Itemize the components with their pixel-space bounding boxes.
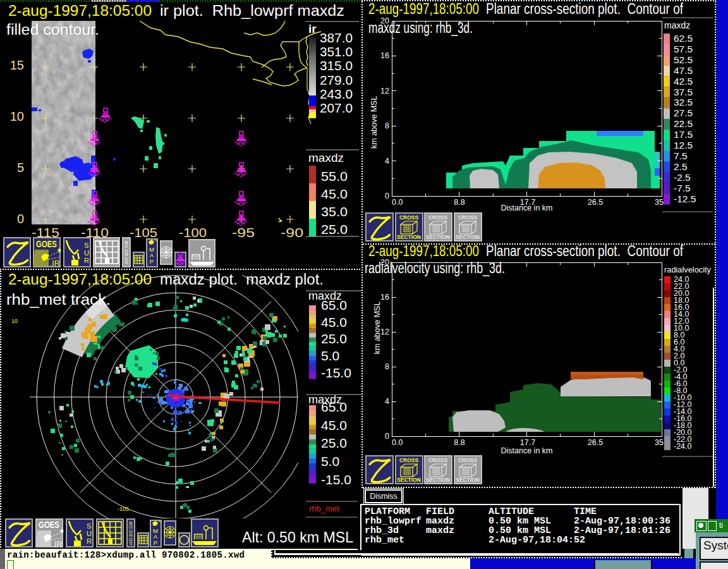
svg-text:2-aug-1997,18:05:00: 2-aug-1997,18:05:00: [368, 245, 479, 259]
svg-text:ir plot. Rhb_lowprf maxdz: ir plot. Rhb_lowprf maxdz: [160, 3, 344, 19]
svg-text:SECTION: SECTION: [456, 234, 480, 240]
svg-text:-105: -105: [130, 226, 157, 240]
svg-text:4: 4: [385, 397, 389, 406]
svg-text:26.5: 26.5: [588, 438, 603, 447]
svg-text:15: 15: [10, 58, 24, 72]
svg-text:2-aug-1997,18:05:00: 2-aug-1997,18:05:00: [368, 1, 479, 17]
svg-text:8.8: 8.8: [454, 438, 464, 447]
svg-text:Planar cross-section plot. Co: Planar cross-section plot. Contour of: [486, 1, 683, 17]
svg-text:U: U: [87, 530, 92, 537]
svg-text:SECTION: SECTION: [426, 477, 450, 483]
svg-text:Distance in km: Distance in km: [501, 446, 553, 455]
svg-text:351.0: 351.0: [320, 44, 353, 59]
svg-text:S: S: [129, 541, 132, 546]
svg-text:27.5: 27.5: [674, 107, 693, 118]
svg-text:12.5: 12.5: [674, 140, 693, 150]
svg-text:CROSS: CROSS: [428, 457, 448, 463]
svg-text:8: 8: [385, 121, 389, 130]
svg-text:.IR: .IR: [52, 540, 63, 549]
svg-text:26.5: 26.5: [588, 198, 603, 207]
svg-text:0.0: 0.0: [392, 438, 403, 447]
svg-text:-105: -105: [118, 506, 129, 512]
svg-text:25.0: 25.0: [321, 331, 347, 346]
svg-text:2-aug-1997,18:05:00: 2-aug-1997,18:05:00: [8, 271, 152, 288]
svg-text:GOES: GOES: [39, 520, 59, 530]
svg-text:35: 35: [655, 198, 664, 207]
svg-text:16: 16: [380, 293, 389, 302]
svg-text:P: P: [154, 539, 157, 546]
svg-text:0.0: 0.0: [392, 198, 403, 207]
svg-text:37.5: 37.5: [674, 87, 693, 97]
svg-text:32.5: 32.5: [674, 97, 693, 107]
svg-text:16: 16: [380, 51, 389, 60]
svg-text:CROSS: CROSS: [428, 214, 448, 221]
svg-text:17.5: 17.5: [674, 129, 693, 140]
svg-text:5: 5: [17, 161, 24, 174]
svg-text:65.0: 65.0: [321, 400, 347, 414]
svg-text:GOES: GOES: [36, 239, 57, 249]
svg-text:65.0: 65.0: [321, 298, 347, 312]
svg-text:ir: ir: [308, 22, 317, 35]
svg-text:maxdz plot. maxdz plot.: maxdz plot. maxdz plot.: [160, 271, 324, 288]
svg-text:Distance in km: Distance in km: [501, 204, 553, 212]
svg-text:0: 0: [17, 212, 24, 226]
svg-text:2.5: 2.5: [674, 161, 688, 172]
svg-text:4: 4: [385, 157, 389, 166]
svg-text:22.5: 22.5: [674, 118, 693, 129]
svg-text:47.5: 47.5: [674, 65, 693, 76]
svg-text:S: S: [87, 522, 91, 530]
svg-text:315.0: 315.0: [320, 58, 353, 73]
svg-text:45.0: 45.0: [321, 187, 348, 201]
svg-text:maxdz: maxdz: [664, 20, 690, 30]
svg-text:CROSS: CROSS: [458, 214, 478, 221]
svg-text:0: 0: [385, 192, 389, 200]
svg-text:45.0: 45.0: [321, 315, 347, 329]
svg-text:radialvelocity: radialvelocity: [664, 265, 711, 274]
svg-text:CROSS: CROSS: [458, 457, 478, 463]
svg-text:rhb_met track.: rhb_met track.: [6, 291, 111, 308]
svg-text:57.5: 57.5: [674, 44, 693, 54]
svg-text:CROSS: CROSS: [399, 214, 419, 221]
svg-text:0: 0: [385, 432, 389, 441]
svg-text:-24.0: -24.0: [674, 442, 692, 451]
svg-text:25.0: 25.0: [321, 436, 347, 450]
svg-text:rhb_met: rhb_met: [309, 504, 339, 513]
svg-text:8: 8: [385, 362, 389, 371]
svg-text:km above MSL: km above MSL: [373, 302, 382, 354]
svg-text:5.0: 5.0: [321, 348, 339, 363]
svg-text:387.0: 387.0: [320, 30, 353, 45]
svg-text:12: 12: [380, 87, 389, 95]
svg-text:maxdz: maxdz: [308, 151, 344, 164]
svg-text:2-aug-1997,18:05:00: 2-aug-1997,18:05:00: [8, 3, 152, 19]
svg-text:filled contour.: filled contour.: [6, 21, 99, 38]
svg-text:SECTION: SECTION: [397, 234, 421, 240]
svg-text:P: P: [150, 258, 154, 265]
svg-text:S: S: [124, 260, 128, 266]
svg-text:42.5: 42.5: [674, 76, 693, 87]
svg-text:17.7: 17.7: [520, 438, 535, 447]
svg-text:radialvelocity using: rhb_3d.: radialvelocity using: rhb_3d.: [365, 260, 505, 276]
svg-text:U: U: [84, 249, 89, 257]
svg-text:243.0: 243.0: [320, 87, 353, 101]
svg-text:-15.0: -15.0: [321, 472, 351, 487]
svg-text:52.5: 52.5: [674, 54, 693, 65]
svg-text:SECTION: SECTION: [456, 477, 480, 483]
svg-text:Planar cross-section plot. Co: Planar cross-section plot. Contour of: [486, 245, 683, 259]
svg-text:10: 10: [11, 318, 18, 324]
svg-text:35: 35: [655, 438, 664, 447]
svg-text:-90: -90: [281, 226, 303, 240]
svg-text:-7.5: -7.5: [674, 183, 691, 193]
svg-text:R: R: [87, 537, 92, 545]
svg-text:km above MSL: km above MSL: [370, 96, 379, 149]
svg-text:35.0: 35.0: [321, 204, 348, 219]
svg-text:45.0: 45.0: [321, 418, 347, 432]
svg-text:279.0: 279.0: [320, 73, 353, 87]
svg-text:SECTION: SECTION: [397, 477, 421, 483]
svg-text:12: 12: [380, 327, 389, 336]
svg-text:maxdz using: rhb_3d.: maxdz using: rhb_3d.: [368, 20, 473, 36]
svg-text:R: R: [84, 257, 89, 264]
svg-text:7.5: 7.5: [674, 150, 688, 161]
svg-text:-2.5: -2.5: [674, 172, 691, 183]
svg-text:62.5: 62.5: [674, 33, 693, 44]
svg-text:S: S: [84, 242, 88, 249]
